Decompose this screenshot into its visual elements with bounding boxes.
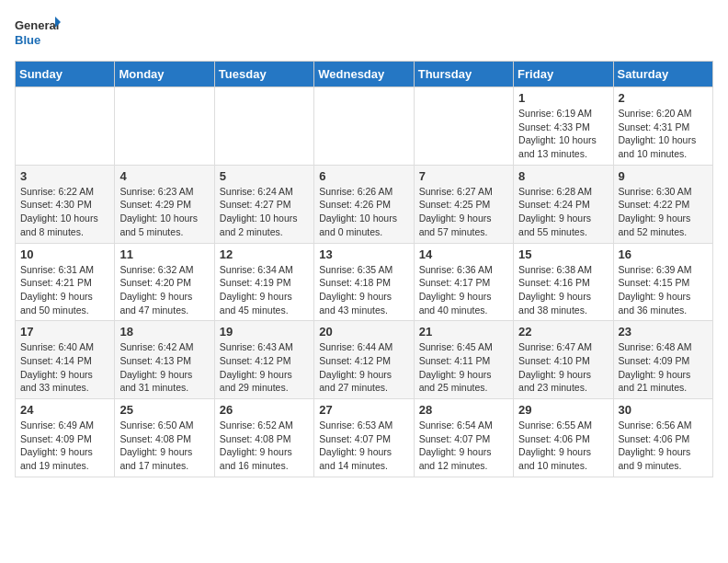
calendar-cell: 2Sunrise: 6:20 AMSunset: 4:31 PMDaylight… (613, 87, 712, 166)
calendar-cell (16, 87, 115, 166)
calendar-cell: 27Sunrise: 6:53 AMSunset: 4:07 PMDayligh… (314, 399, 414, 477)
calendar-week-row: 10Sunrise: 6:31 AMSunset: 4:21 PMDayligh… (16, 243, 713, 321)
day-number: 29 (518, 403, 608, 417)
day-number: 30 (619, 403, 708, 417)
weekday-header: Friday (514, 62, 613, 87)
day-number: 5 (220, 169, 309, 183)
day-info: Sunrise: 6:23 AMSunset: 4:29 PMDaylight:… (119, 185, 209, 239)
calendar-cell (115, 87, 214, 166)
day-number: 25 (119, 403, 209, 417)
day-info: Sunrise: 6:32 AMSunset: 4:20 PMDaylight:… (119, 263, 209, 317)
weekday-header: Tuesday (214, 62, 313, 87)
calendar-cell: 22Sunrise: 6:47 AMSunset: 4:10 PMDayligh… (514, 321, 613, 399)
day-number: 6 (319, 169, 408, 183)
weekday-header: Wednesday (314, 62, 414, 87)
calendar-cell: 20Sunrise: 6:44 AMSunset: 4:12 PMDayligh… (314, 321, 414, 399)
calendar-cell: 13Sunrise: 6:35 AMSunset: 4:18 PMDayligh… (314, 243, 414, 321)
day-number: 13 (319, 247, 408, 261)
calendar-week-row: 17Sunrise: 6:40 AMSunset: 4:14 PMDayligh… (16, 321, 713, 399)
day-number: 11 (119, 247, 209, 261)
day-number: 17 (20, 325, 109, 339)
day-info: Sunrise: 6:19 AMSunset: 4:33 PMDaylight:… (518, 107, 608, 161)
day-info: Sunrise: 6:49 AMSunset: 4:09 PMDaylight:… (20, 419, 109, 473)
svg-text:General: General (15, 18, 59, 32)
day-number: 18 (119, 325, 209, 339)
calendar-cell: 11Sunrise: 6:32 AMSunset: 4:20 PMDayligh… (115, 243, 214, 321)
calendar-cell: 26Sunrise: 6:52 AMSunset: 4:08 PMDayligh… (214, 399, 313, 477)
day-number: 19 (220, 325, 309, 339)
svg-text:Blue: Blue (15, 33, 40, 47)
day-number: 9 (619, 169, 708, 183)
day-number: 2 (619, 91, 708, 105)
calendar-cell: 12Sunrise: 6:34 AMSunset: 4:19 PMDayligh… (214, 243, 313, 321)
calendar-cell: 30Sunrise: 6:56 AMSunset: 4:06 PMDayligh… (613, 399, 712, 477)
day-number: 14 (419, 247, 508, 261)
calendar-cell: 28Sunrise: 6:54 AMSunset: 4:07 PMDayligh… (414, 399, 513, 477)
calendar-cell: 10Sunrise: 6:31 AMSunset: 4:21 PMDayligh… (16, 243, 115, 321)
calendar-cell: 8Sunrise: 6:28 AMSunset: 4:24 PMDaylight… (514, 165, 613, 243)
calendar-cell: 3Sunrise: 6:22 AMSunset: 4:30 PMDaylight… (16, 165, 115, 243)
day-info: Sunrise: 6:22 AMSunset: 4:30 PMDaylight:… (20, 185, 109, 239)
day-info: Sunrise: 6:35 AMSunset: 4:18 PMDaylight:… (319, 263, 408, 317)
weekday-header: Saturday (613, 62, 712, 87)
calendar-cell: 1Sunrise: 6:19 AMSunset: 4:33 PMDaylight… (514, 87, 613, 166)
day-number: 10 (20, 247, 109, 261)
weekday-header: Thursday (414, 62, 513, 87)
day-info: Sunrise: 6:31 AMSunset: 4:21 PMDaylight:… (20, 263, 109, 317)
calendar-body: 1Sunrise: 6:19 AMSunset: 4:33 PMDaylight… (16, 87, 713, 477)
day-number: 3 (20, 169, 109, 183)
day-number: 15 (518, 247, 608, 261)
day-info: Sunrise: 6:30 AMSunset: 4:22 PMDaylight:… (619, 185, 708, 239)
calendar-cell: 17Sunrise: 6:40 AMSunset: 4:14 PMDayligh… (16, 321, 115, 399)
day-info: Sunrise: 6:47 AMSunset: 4:10 PMDaylight:… (518, 340, 608, 395)
day-info: Sunrise: 6:28 AMSunset: 4:24 PMDaylight:… (518, 185, 608, 239)
calendar: SundayMondayTuesdayWednesdayThursdayFrid… (15, 61, 713, 477)
calendar-cell (214, 87, 313, 166)
day-number: 1 (518, 91, 608, 105)
calendar-cell (414, 87, 513, 166)
calendar-cell (314, 87, 414, 166)
day-info: Sunrise: 6:54 AMSunset: 4:07 PMDaylight:… (419, 419, 508, 473)
calendar-cell: 18Sunrise: 6:42 AMSunset: 4:13 PMDayligh… (115, 321, 214, 399)
day-number: 22 (518, 325, 608, 339)
day-info: Sunrise: 6:56 AMSunset: 4:06 PMDaylight:… (619, 419, 708, 473)
day-number: 27 (319, 403, 408, 417)
calendar-week-row: 24Sunrise: 6:49 AMSunset: 4:09 PMDayligh… (16, 399, 713, 477)
logo-icon: GeneralBlue (15, 15, 61, 52)
day-info: Sunrise: 6:55 AMSunset: 4:06 PMDaylight:… (518, 419, 608, 473)
calendar-cell: 24Sunrise: 6:49 AMSunset: 4:09 PMDayligh… (16, 399, 115, 477)
calendar-header: SundayMondayTuesdayWednesdayThursdayFrid… (16, 62, 713, 87)
day-info: Sunrise: 6:20 AMSunset: 4:31 PMDaylight:… (619, 107, 708, 161)
day-number: 26 (220, 403, 309, 417)
day-info: Sunrise: 6:45 AMSunset: 4:11 PMDaylight:… (419, 340, 508, 395)
day-info: Sunrise: 6:50 AMSunset: 4:08 PMDaylight:… (119, 419, 209, 473)
day-info: Sunrise: 6:27 AMSunset: 4:25 PMDaylight:… (419, 185, 508, 239)
day-info: Sunrise: 6:38 AMSunset: 4:16 PMDaylight:… (518, 263, 608, 317)
calendar-cell: 14Sunrise: 6:36 AMSunset: 4:17 PMDayligh… (414, 243, 513, 321)
day-info: Sunrise: 6:52 AMSunset: 4:08 PMDaylight:… (220, 419, 309, 473)
calendar-week-row: 1Sunrise: 6:19 AMSunset: 4:33 PMDaylight… (16, 87, 713, 166)
day-number: 12 (220, 247, 309, 261)
day-info: Sunrise: 6:39 AMSunset: 4:15 PMDaylight:… (619, 263, 708, 317)
calendar-week-row: 3Sunrise: 6:22 AMSunset: 4:30 PMDaylight… (16, 165, 713, 243)
calendar-cell: 29Sunrise: 6:55 AMSunset: 4:06 PMDayligh… (514, 399, 613, 477)
calendar-cell: 19Sunrise: 6:43 AMSunset: 4:12 PMDayligh… (214, 321, 313, 399)
day-number: 4 (119, 169, 209, 183)
calendar-cell: 15Sunrise: 6:38 AMSunset: 4:16 PMDayligh… (514, 243, 613, 321)
day-info: Sunrise: 6:40 AMSunset: 4:14 PMDaylight:… (20, 340, 109, 395)
day-info: Sunrise: 6:24 AMSunset: 4:27 PMDaylight:… (220, 185, 309, 239)
logo: GeneralBlue (15, 15, 61, 52)
calendar-cell: 25Sunrise: 6:50 AMSunset: 4:08 PMDayligh… (115, 399, 214, 477)
weekday-row: SundayMondayTuesdayWednesdayThursdayFrid… (16, 62, 713, 87)
calendar-cell: 5Sunrise: 6:24 AMSunset: 4:27 PMDaylight… (214, 165, 313, 243)
day-number: 23 (619, 325, 708, 339)
day-info: Sunrise: 6:26 AMSunset: 4:26 PMDaylight:… (319, 185, 408, 239)
day-number: 20 (319, 325, 408, 339)
day-info: Sunrise: 6:36 AMSunset: 4:17 PMDaylight:… (419, 263, 508, 317)
day-number: 21 (419, 325, 508, 339)
day-info: Sunrise: 6:48 AMSunset: 4:09 PMDaylight:… (619, 340, 708, 395)
header: GeneralBlue (15, 15, 713, 52)
day-number: 7 (419, 169, 508, 183)
day-number: 28 (419, 403, 508, 417)
day-info: Sunrise: 6:44 AMSunset: 4:12 PMDaylight:… (319, 340, 408, 395)
